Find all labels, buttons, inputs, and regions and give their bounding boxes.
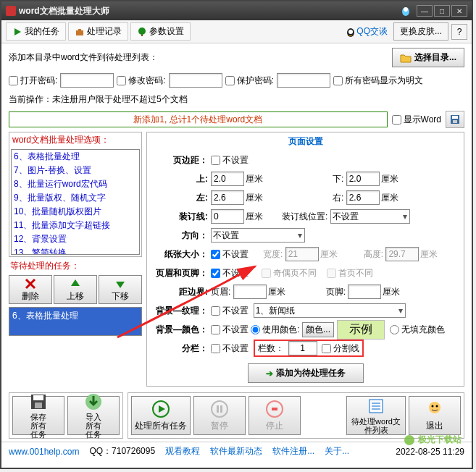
pause-button[interactable]: 暂停 (193, 396, 246, 435)
hf-label: 页眉和页脚： (153, 267, 211, 279)
penguin-icon (399, 4, 412, 17)
protect-pwd-label: 保护密码: (237, 75, 274, 87)
minimize-button[interactable]: — (417, 5, 433, 17)
first-check: 首页不同 (327, 267, 373, 279)
cols-count-label: 栏数： (258, 342, 284, 355)
hf-noset-check[interactable]: 不设置 (211, 267, 249, 279)
close-button[interactable]: ✕ (451, 5, 467, 17)
cols-count-input[interactable] (288, 341, 317, 355)
option-item[interactable]: 8、批量运行word宏代码 (12, 177, 139, 191)
option-item[interactable]: 6、表格批量处理 (12, 150, 139, 164)
save-all-button[interactable]: 保存 所有 任务 (12, 396, 64, 435)
dist-label: 距边界: (153, 286, 211, 298)
svg-point-6 (138, 28, 146, 35)
svg-rect-14 (35, 403, 42, 408)
waiting-title: 等待处理的任务： (9, 257, 142, 274)
svg-rect-20 (220, 405, 222, 413)
status-site[interactable]: www.001help.com (9, 447, 79, 457)
bgtex-noset-check[interactable]: 不设置 (211, 305, 249, 317)
paper-noset-check[interactable]: 不设置 (211, 248, 249, 261)
right-input[interactable] (346, 190, 380, 205)
option-item[interactable]: 7、图片-替换、设置 (12, 164, 139, 177)
footer-input[interactable] (348, 285, 381, 299)
option-item[interactable]: 10、批量随机版权图片 (12, 205, 139, 219)
arrow-right-icon: ➔ (266, 368, 273, 379)
status-about[interactable]: 关于... (325, 445, 349, 458)
option-item[interactable]: 12、背景设置 (12, 232, 139, 246)
unit: 厘米 (381, 192, 398, 204)
show-word-check[interactable]: 显示Word (392, 114, 441, 126)
height-label: 高度: (364, 248, 383, 261)
pending-list-button[interactable]: 待处理word文 件列表 (346, 396, 406, 435)
header-label: 页眉: (211, 286, 230, 298)
header-input[interactable] (233, 285, 267, 299)
run-all-button[interactable]: 处理所有任务 (131, 396, 191, 435)
tab-params[interactable]: 参数设置 (130, 22, 191, 41)
status-news[interactable]: 软件最新动态 (210, 445, 262, 458)
choose-dir-label: 选择目录... (414, 51, 456, 64)
qq-icon (345, 26, 356, 38)
choose-dir-button[interactable]: 选择目录... (392, 48, 464, 67)
gutter-label: 装订线: (153, 211, 211, 223)
option-item[interactable]: 9、批量版权、随机文字 (12, 191, 139, 205)
show-plain-check[interactable]: 所有密码显示为明文 (333, 75, 423, 87)
protect-pwd-input[interactable] (277, 73, 330, 88)
help-button[interactable]: ? (451, 24, 467, 40)
exit-icon (425, 400, 444, 418)
option-item[interactable]: 13、繁简转换 (12, 246, 139, 255)
tab-label: 我的任务 (25, 25, 59, 38)
task-item[interactable]: 6、表格批量处理 (11, 309, 140, 323)
change-skin-button[interactable]: 更换皮肤... (393, 22, 448, 41)
show-plain-label: 所有密码显示为明文 (345, 75, 423, 87)
protect-pwd-check[interactable]: 保护密码: (225, 75, 274, 87)
cols-highlight-box: 栏数： 分割线 (254, 340, 364, 357)
bgtex-select[interactable]: 1、新闻纸 (254, 303, 406, 318)
modify-pwd-check[interactable]: 修改密码: (117, 75, 165, 87)
height-input (385, 247, 419, 261)
move-down-button[interactable]: 下移 (99, 275, 142, 304)
top-input[interactable] (211, 172, 244, 186)
exit-button[interactable]: 退出 (409, 396, 461, 435)
svg-rect-3 (76, 30, 83, 35)
delete-button[interactable]: 删除 (9, 275, 52, 304)
status-tutorial[interactable]: 观看教程 (165, 445, 200, 458)
option-item[interactable]: 11、批量添加文字超链接 (12, 219, 139, 232)
options-list[interactable]: 6、表格批量处理7、图片-替换、设置8、批量运行word宏代码9、批量版权、随机… (11, 149, 140, 255)
right-label: 右: (333, 192, 343, 204)
gutter-pos-select[interactable]: 不设置 (330, 209, 410, 224)
color-button[interactable]: 颜色... (302, 322, 334, 337)
margin-noset-check[interactable]: 不设置 (211, 154, 249, 167)
move-up-button[interactable]: 上移 (54, 275, 97, 304)
tab-my-tasks[interactable]: 我的任务 (6, 22, 66, 41)
unit: 厘米 (381, 173, 398, 185)
svg-point-29 (436, 405, 438, 407)
open-pwd-check[interactable]: 打开密码: (9, 75, 57, 87)
svg-marker-2 (14, 28, 21, 35)
bgcolor-noset-check[interactable]: 不设置 (211, 324, 249, 336)
add-task-button[interactable]: ➔ 添加为待处理任务 (248, 363, 364, 383)
use-color-radio[interactable]: 使用颜色: (251, 324, 299, 336)
stop-button[interactable]: 停止 (249, 396, 301, 435)
left-input[interactable] (211, 190, 244, 205)
svg-rect-4 (78, 29, 81, 31)
bottom-input[interactable] (346, 172, 380, 186)
width-label: 宽度: (263, 248, 283, 261)
status-register[interactable]: 软件注册... (272, 445, 314, 458)
orient-select[interactable]: 不设置 (211, 228, 305, 243)
save-icon-button[interactable] (446, 111, 464, 128)
modify-pwd-input[interactable] (169, 73, 222, 88)
task-list[interactable]: 6、表格批量处理 (9, 307, 142, 336)
cols-noset-check[interactable]: 不设置 (211, 342, 249, 355)
x-icon (24, 277, 37, 290)
no-fill-radio[interactable]: 无填充颜色 (390, 324, 445, 336)
maximize-button[interactable]: □ (434, 5, 450, 17)
import-all-button[interactable]: 导入 所有 任务 (67, 396, 120, 435)
folder-icon (400, 53, 412, 63)
open-pwd-input[interactable] (60, 73, 114, 88)
open-pwd-label: 打开密码: (20, 75, 57, 87)
qq-chat-link[interactable]: QQ交谈 (345, 25, 388, 38)
gutter-input[interactable] (211, 209, 244, 224)
tab-history[interactable]: 处理记录 (68, 22, 128, 41)
bgtex-label: 背景—纹理： (153, 305, 211, 317)
divider-check[interactable]: 分割线 (322, 342, 359, 355)
